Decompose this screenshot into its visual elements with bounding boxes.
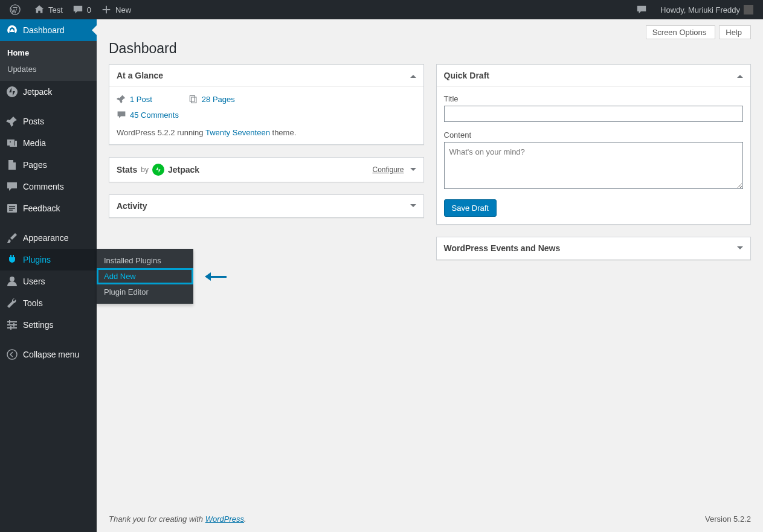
menu-pages[interactable]: Pages [0,154,97,176]
brush-icon [6,232,18,244]
comments-link[interactable]: 0 [68,0,96,19]
menu-label: Plugins [23,255,51,264]
chevron-up-icon[interactable] [410,72,416,78]
comment-icon [636,4,647,15]
save-draft-button[interactable]: Save Draft [444,199,497,217]
box-header[interactable]: Quick Draft [437,65,751,87]
menu-label: Feedback [23,204,60,213]
plus-icon [101,4,112,15]
menu-label: Comments [23,182,64,191]
submenu-home[interactable]: Home [0,45,97,61]
menu-users[interactable]: Users [0,271,97,292]
draft-content-input[interactable] [444,142,744,189]
comment-icon [72,4,83,15]
glance-comments-link[interactable]: 45 Comments [117,110,416,120]
screen-options-label: Screen Options [652,28,707,37]
help-button[interactable]: Help [719,25,751,39]
wrench-icon [6,297,18,309]
box-title: WordPress Events and News [444,243,561,253]
admin-footer: Thank you for creating with WordPress. V… [97,506,763,532]
box-header[interactable]: WordPress Events and News [437,237,751,260]
menu-settings[interactable]: Settings [0,314,97,336]
pin-icon [6,115,18,127]
stats-label: Stats [117,165,137,175]
site-name: Test [48,5,63,14]
media-icon [6,137,18,149]
configure-link[interactable]: Configure [372,165,404,174]
glance-posts-link[interactable]: 1 Post [117,94,152,104]
box-header[interactable]: Activity [109,195,423,217]
menu-dashboard[interactable]: Dashboard [0,19,97,41]
menu-posts[interactable]: Posts [0,111,97,132]
quick-draft-box: Quick Draft Title Content Save Draft [436,64,752,225]
site-name-link[interactable]: Test [29,0,68,19]
menu-tools[interactable]: Tools [0,292,97,314]
wp-version-text: WordPress 5.2.2 running Twenty Seventeen… [117,128,416,137]
svg-point-10 [7,350,17,359]
wordpress-link[interactable]: WordPress [205,514,244,524]
submenu-updates[interactable]: Updates [0,61,97,77]
home-icon [34,4,45,15]
svg-rect-9 [10,326,11,330]
my-account-link[interactable]: Howdy, Muriuki Freddy [655,0,758,19]
chevron-down-icon[interactable] [410,168,416,174]
menu-feedback[interactable]: Feedback [0,197,97,219]
chevron-down-icon[interactable] [410,204,416,210]
svg-rect-4 [7,321,17,322]
box-title: At a Glance [117,71,163,80]
wp-logo-menu[interactable] [5,0,29,19]
collapse-icon [6,348,18,361]
version-pre: WordPress 5.2.2 running [117,128,205,137]
screen-options-button[interactable]: Screen Options [646,25,716,39]
glance-comments-text: 45 Comments [130,111,179,120]
comment-icon [6,181,18,193]
svg-rect-7 [9,320,10,324]
draft-title-input[interactable] [444,106,744,122]
svg-rect-8 [13,323,14,327]
title-label: Title [444,94,744,103]
wordpress-icon [10,4,21,15]
glance-pages-link[interactable]: 28 Pages [188,94,235,104]
menu-label: Appearance [23,233,69,243]
content-label: Content [444,130,744,139]
menu-label: Pages [23,160,47,170]
svg-rect-6 [7,327,17,328]
box-title: Quick Draft [444,71,489,80]
menu-label: Collapse menu [23,350,79,359]
notifications-link[interactable] [631,0,655,19]
menu-media[interactable]: Media [0,132,97,154]
howdy-text: Howdy, Muriuki Freddy [660,5,740,14]
stats-box: Stats by Jetpack Configure [109,157,424,182]
menu-label: Dashboard [23,25,65,35]
menu-plugins[interactable]: Plugins Installed Plugins Add New Plugin… [0,249,97,271]
glance-pages-text: 28 Pages [202,95,235,104]
menu-label: Media [23,138,46,148]
dashboard-submenu: Home Updates [0,41,97,81]
fly-add-new[interactable]: Add New [97,268,193,284]
stats-title: Stats by Jetpack [117,164,199,176]
svg-point-1 [7,86,18,97]
comments-count: 0 [87,5,91,14]
menu-appearance[interactable]: Appearance [0,227,97,249]
jetpack-icon [6,86,18,98]
theme-link[interactable]: Twenty Seventeen [205,128,270,137]
menu-comments[interactable]: Comments [0,176,97,197]
menu-jetpack[interactable]: Jetpack [0,81,97,103]
avatar [744,5,753,14]
at-a-glance-box: At a Glance 1 Post 28 Pages [109,64,424,145]
new-content-link[interactable]: New [96,0,136,19]
chevron-up-icon[interactable] [737,72,743,78]
page-title: Dashboard [97,39,763,64]
chevron-down-icon[interactable] [737,246,743,252]
settings-icon [6,319,18,331]
svg-rect-5 [7,324,17,325]
menu-label: Settings [23,320,54,330]
help-label: Help [726,28,742,37]
menu-label: Tools [23,298,43,308]
events-news-box: WordPress Events and News [436,237,752,260]
comment-icon [117,110,126,120]
pages-icon [188,94,198,104]
collapse-menu[interactable]: Collapse menu [0,344,97,365]
box-header[interactable]: At a Glance [109,65,423,87]
glance-posts-text: 1 Post [130,95,152,104]
